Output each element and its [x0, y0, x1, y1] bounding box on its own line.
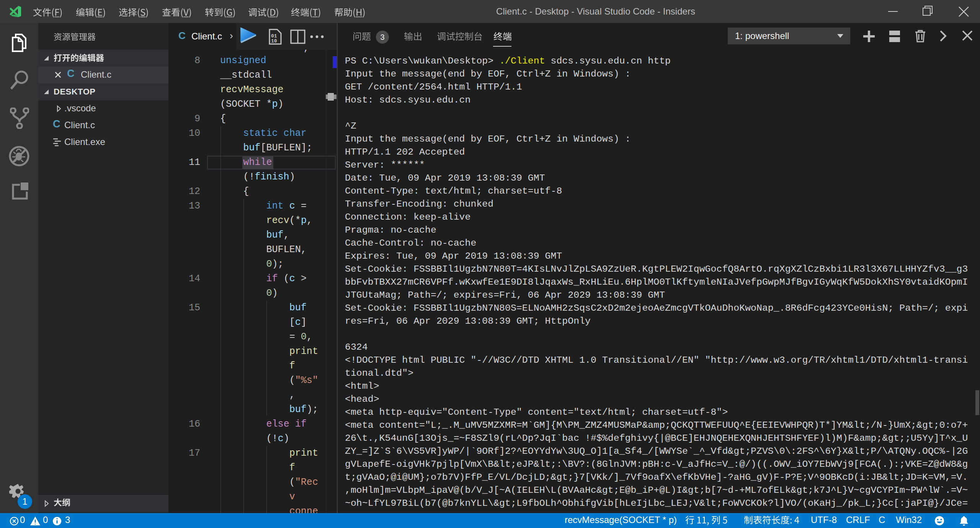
svg-text:10: 10 [271, 38, 277, 44]
